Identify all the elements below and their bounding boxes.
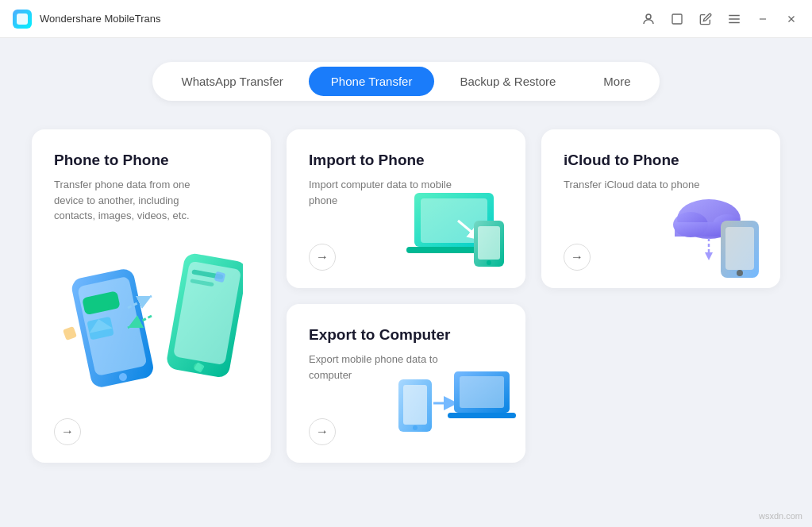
card-export-title: Export to Computer [309,326,503,344]
tab-phone[interactable]: Phone Transfer [309,67,435,96]
profile-icon[interactable] [641,11,656,27]
card-phone-to-phone-title: Phone to Phone [54,152,248,169]
card-icloud-title: iCloud to Phone [564,152,758,169]
edit-icon[interactable] [698,11,714,27]
tab-whatsapp[interactable]: WhatsApp Transfer [159,67,305,96]
app-title: Wondershare MobileTrans [40,13,641,25]
svg-rect-1 [672,14,682,24]
titlebar: Wondershare MobileTrans [0,0,812,38]
square-icon[interactable] [669,11,685,27]
card-import-arrow[interactable]: → [309,244,336,271]
svg-rect-37 [403,385,427,425]
tab-backup[interactable]: Backup & Restore [437,67,578,96]
tab-more[interactable]: More [581,67,652,96]
svg-rect-40 [460,376,504,408]
main-content: WhatsApp Transfer Phone Transfer Backup … [0,38,812,527]
svg-marker-32 [705,252,713,260]
card-phone-to-phone[interactable]: Phone to Phone Transfer phone data from … [32,129,271,463]
watermark: wsxdn.com [759,511,802,521]
card-icloud-arrow[interactable]: → [564,244,591,271]
app-logo [13,10,32,29]
svg-rect-41 [448,413,516,418]
card-import-to-phone[interactable]: Import to Phone Import computer data to … [287,129,525,288]
card-phone-to-phone-arrow[interactable]: → [54,418,81,445]
card-export-to-computer[interactable]: Export to Computer Export mobile phone d… [287,304,525,463]
svg-rect-19 [63,326,77,340]
card-icloud-to-phone[interactable]: iCloud to Phone Transfer iCloud data to … [541,129,780,288]
cards-grid: Phone to Phone Transfer phone data from … [32,129,780,463]
card-phone-to-phone-desc: Transfer phone data from one device to a… [54,177,213,224]
minimize-icon[interactable] [755,11,771,27]
svg-rect-34 [725,227,754,270]
card-import-title: Import to Phone [309,152,503,169]
svg-point-38 [413,425,418,430]
svg-rect-26 [478,226,500,260]
svg-point-27 [487,260,491,265]
card-export-arrow[interactable]: → [309,418,336,445]
svg-point-35 [737,270,743,276]
menu-icon[interactable] [726,11,742,27]
svg-point-0 [646,14,651,19]
close-icon[interactable] [783,11,799,27]
nav-tabs: WhatsApp Transfer Phone Transfer Backup … [152,62,659,101]
window-controls [641,11,799,27]
